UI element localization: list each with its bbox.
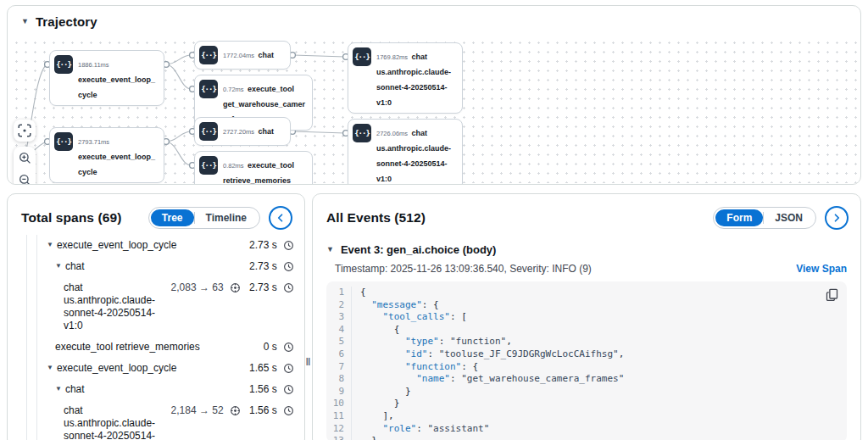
graph-zoom-control: [14, 147, 36, 185]
toggle-form[interactable]: Form: [715, 209, 763, 226]
event-collapse-icon[interactable]: ▼: [326, 246, 334, 253]
duration-clock-icon: [283, 240, 294, 251]
span-tree-row[interactable]: ▼execute_event_loop_cycle2.73 s: [8, 235, 304, 256]
span-node-label: chat: [259, 51, 275, 59]
event-meta: Timestamp: 2025-11-26 13:09:36.540, Seve…: [335, 263, 592, 275]
span-row-duration: 2.73 s: [249, 239, 294, 252]
zoom-in-button[interactable]: [14, 147, 36, 169]
span-node-label: chat: [259, 127, 275, 136]
duration-clock-icon: [283, 405, 294, 416]
zoom-out-icon: [19, 174, 31, 186]
all-events-title: All Events (512): [326, 210, 704, 226]
line-number: 8: [326, 373, 352, 386]
span-row-label: chat: [65, 383, 85, 396]
code-line: 1{: [326, 281, 847, 299]
code-line: 5 "type": "function",: [326, 336, 847, 348]
span-node[interactable]: {··} 1886.11ms execute_event_loop_cycle: [49, 50, 164, 106]
span-node-duration: 0.72ms: [223, 86, 244, 93]
row-collapse-icon[interactable]: ▼: [47, 362, 53, 372]
span-tree-row[interactable]: ▼chat1.56 s: [8, 379, 304, 400]
code-line: 8 "name": "get_warehouse_camera_frames": [326, 373, 847, 386]
line-number: 7: [326, 361, 352, 374]
code-line: 3 "tool_calls": [: [326, 311, 847, 324]
span-tree-row[interactable]: chat us.anthropic.claude-sonnet-4-202505…: [8, 277, 304, 337]
row-collapse-icon[interactable]: ▼: [47, 239, 53, 249]
span-row-label: chat us.anthropic.claude-sonnet-4-202505…: [64, 404, 171, 440]
row-collapse-icon[interactable]: ▼: [55, 260, 62, 270]
code-line: 9 }: [326, 386, 847, 398]
fit-view-icon: [18, 124, 31, 137]
expand-right-panel-button[interactable]: [825, 206, 849, 230]
span-row-label: execute_event_loop_cycle: [57, 362, 176, 375]
span-node-icon: {··}: [353, 47, 371, 66]
form-json-toggle: Form JSON: [713, 207, 816, 229]
code-line: 2 "message": {: [326, 299, 847, 312]
panel-resize-handle[interactable]: ‖: [304, 356, 312, 368]
span-row-label: execute_tool retrieve_memories: [55, 341, 200, 354]
line-number: 6: [326, 348, 352, 361]
span-tree-row[interactable]: ▼execute_event_loop_cycle1.65 s: [8, 358, 304, 379]
fit-view-button[interactable]: [14, 120, 36, 142]
copy-code-button[interactable]: [826, 288, 838, 304]
toggle-tree[interactable]: Tree: [151, 209, 194, 226]
duration-clock-icon: [283, 342, 294, 353]
span-node[interactable]: {··} 2793.71ms execute_event_loop_cycle: [49, 127, 164, 183]
chevron-left-icon: [275, 213, 286, 223]
span-tree: ▼execute_event_loop_cycle2.73 s ▼chat2.7…: [8, 235, 304, 440]
zoom-in-icon: [19, 152, 31, 164]
line-number: 4: [326, 324, 352, 337]
view-span-link[interactable]: View Span: [796, 263, 847, 275]
span-node[interactable]: {··} 1769.82ms chat us.anthropic.claude-…: [348, 42, 463, 114]
toggle-json[interactable]: JSON: [764, 209, 814, 226]
span-node[interactable]: {··} 2726.06ms chat us.anthropic.claude-…: [348, 119, 463, 185]
span-row-label: chat: [65, 260, 85, 273]
span-node[interactable]: {··} 0.82ms execute_tool retrieve_memori…: [194, 151, 313, 185]
line-number: 13: [326, 435, 352, 440]
duration-clock-icon: [283, 261, 294, 272]
code-line: 7 "function": {: [326, 361, 847, 374]
span-tree-row[interactable]: execute_tool retrieve_memories0 s: [8, 337, 304, 358]
line-number: 3: [326, 311, 352, 324]
line-number: 2: [326, 299, 352, 312]
span-row-duration: 0 s: [264, 341, 294, 354]
copy-icon: [826, 288, 838, 301]
span-node-icon: {··}: [353, 124, 371, 142]
span-node-duration: 2727.20ms: [223, 128, 254, 136]
duration-clock-icon: [283, 363, 294, 374]
span-row-tokens: 2,083 → 63: [171, 281, 241, 294]
span-node-label: execute_event_loop_cycle: [78, 153, 155, 176]
span-node-duration: 0.82ms: [223, 162, 244, 170]
span-tree-row[interactable]: chat us.anthropic.claude-sonnet-4-202505…: [8, 400, 304, 440]
span-node-icon: {··}: [54, 132, 73, 151]
span-row-duration: 1.65 s: [249, 362, 294, 375]
line-number: 10: [326, 398, 352, 410]
span-row-label: execute_event_loop_cycle: [57, 239, 176, 252]
span-node[interactable]: {··} 2727.20ms chat: [194, 117, 291, 146]
span-node-icon: {··}: [199, 80, 218, 98]
span-tree-row[interactable]: ▼chat2.73 s: [8, 256, 304, 277]
span-node[interactable]: {··} 1772.04ms chat: [194, 41, 291, 70]
token-count-icon: [230, 405, 241, 416]
indent-guide: [36, 235, 37, 440]
event-body-code-block: 1{2 "message": {3 "tool_calls": [4 {5 "t…: [326, 281, 847, 440]
span-node-duration: 2793.71ms: [78, 138, 109, 146]
span-row-duration: 2.73 s: [249, 260, 294, 273]
line-number: 9: [326, 386, 352, 398]
trajectory-graph-canvas[interactable]: {··} 1886.11ms execute_event_loop_cycle{…: [8, 35, 860, 183]
row-collapse-icon[interactable]: ▼: [55, 383, 62, 393]
zoom-out-button[interactable]: [14, 169, 36, 185]
duration-clock-icon: [283, 282, 294, 293]
trajectory-panel: ▼ Trajectory {··} 1886.11ms execute_even…: [7, 5, 861, 185]
toggle-timeline[interactable]: Timeline: [195, 209, 258, 226]
line-number: 1: [326, 287, 352, 299]
duration-clock-icon: [283, 384, 294, 395]
total-spans-title: Total spans (69): [21, 210, 140, 226]
code-line: 12 "role": "assistant": [326, 423, 847, 436]
collapse-left-panel-button[interactable]: [269, 206, 292, 230]
line-number: 12: [326, 423, 352, 436]
line-number: 11: [326, 410, 352, 423]
all-events-panel: All Events (512) Form JSON ▼ Event 3: ge…: [312, 193, 861, 440]
token-count-icon: [230, 282, 241, 293]
span-node-duration: 1886.11ms: [78, 61, 109, 69]
trajectory-collapse-icon[interactable]: ▼: [21, 18, 29, 25]
